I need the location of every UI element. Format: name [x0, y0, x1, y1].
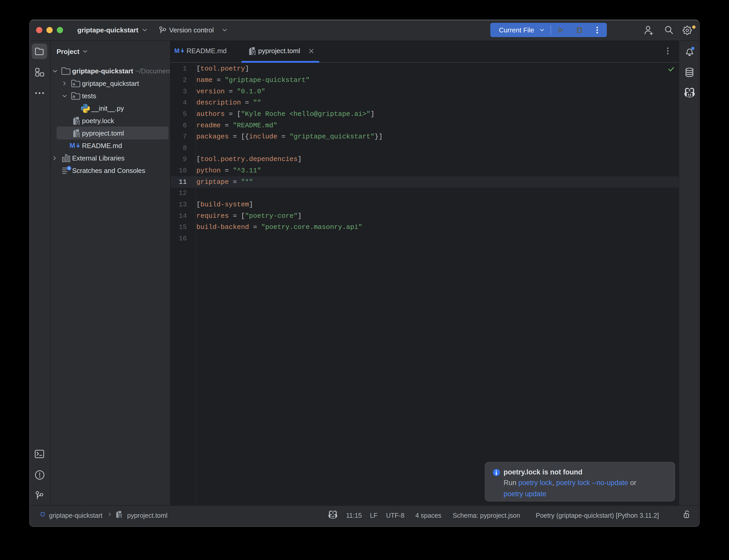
svg-text:M: M	[69, 142, 75, 149]
svg-text:M: M	[174, 47, 179, 54]
